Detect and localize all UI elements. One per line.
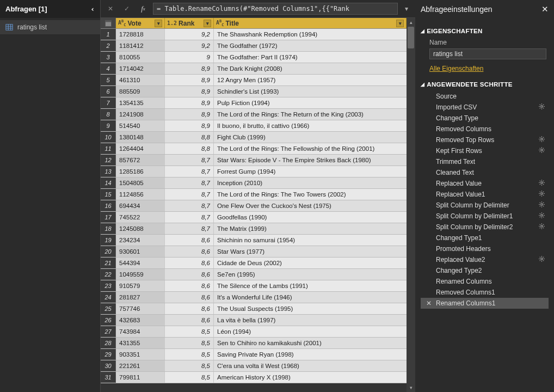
cell-title[interactable]: The Usual Suspects (1995) — [214, 303, 407, 314]
commit-formula-icon[interactable]: ✓ — [120, 2, 133, 15]
cell-rank[interactable]: 8,6 — [165, 280, 214, 291]
table-row[interactable]: 2210495598,6Se7en (1995) — [101, 269, 407, 280]
table-row[interactable]: 1112644048,8The Lord of the Rings: The F… — [101, 143, 407, 155]
cell-vote[interactable]: 1728818 — [116, 29, 165, 40]
cell-rank[interactable]: 8,5 — [165, 326, 214, 337]
table-row[interactable]: 417140428,9The Dark Knight (2008) — [101, 63, 407, 75]
cell-title[interactable]: Se7en (1995) — [214, 269, 407, 280]
cell-rank[interactable]: 8,7 — [165, 177, 214, 188]
applied-step[interactable]: ✕Source — [421, 91, 549, 102]
cell-title[interactable]: The Lord of the Rings: The Two Towers (2… — [214, 189, 407, 200]
cell-rank[interactable]: 8,6 — [165, 235, 214, 246]
table-row[interactable]: 54613108,912 Angry Men (1957) — [101, 75, 407, 86]
cell-rank[interactable]: 8,6 — [165, 315, 214, 326]
table-row[interactable]: 128576728,7Star Wars: Episode V - The Em… — [101, 155, 407, 166]
cell-vote[interactable]: 799811 — [116, 372, 165, 383]
cell-vote[interactable]: 1124856 — [116, 189, 165, 200]
cell-rank[interactable]: 8,8 — [165, 143, 214, 154]
cell-vote[interactable]: 857672 — [116, 155, 165, 166]
gear-icon[interactable] — [538, 223, 545, 231]
cell-title[interactable]: Star Wars: Episode V - The Empire Strike… — [214, 155, 407, 166]
all-properties-link[interactable]: Alle Eigenschaften — [429, 65, 483, 72]
collapse-queries-icon[interactable]: ‹ — [90, 5, 95, 13]
table-row[interactable]: 95145408,9Il buono, il brutto, il cattiv… — [101, 120, 407, 132]
cell-title[interactable]: Goodfellas (1990) — [214, 212, 407, 223]
cell-rank[interactable]: 8,6 — [165, 303, 214, 314]
gear-icon[interactable] — [538, 179, 545, 188]
table-row[interactable]: 209306018,6Star Wars (1977) — [101, 246, 407, 258]
table-row[interactable]: 277439848,5Léon (1994) — [101, 326, 407, 338]
cell-rank[interactable]: 8,7 — [165, 155, 214, 166]
cell-title[interactable]: La vita è bella (1997) — [214, 315, 407, 326]
cell-title[interactable]: Inception (2010) — [214, 177, 407, 188]
table-row[interactable]: 257577468,6The Usual Suspects (1995) — [101, 303, 407, 315]
cell-rank[interactable]: 8,7 — [165, 223, 214, 234]
table-row[interactable]: 1013801488,8Fight Club (1999) — [101, 132, 407, 143]
cell-title[interactable]: American History X (1998) — [214, 372, 407, 383]
table-row[interactable]: 1511248568,7The Lord of the Rings: The T… — [101, 189, 407, 200]
cell-rank[interactable]: 8,6 — [165, 292, 214, 303]
table-row[interactable]: 166944348,7One Flew Over the Cuckoo's Ne… — [101, 200, 407, 212]
table-row[interactable]: 299033518,5Saving Private Ryan (1998) — [101, 349, 407, 360]
cell-title[interactable]: The Lord of the Rings: The Return of the… — [214, 109, 407, 120]
cell-title[interactable]: The Dark Knight (2008) — [214, 63, 407, 74]
applied-step[interactable]: ✕Promoted Headers — [421, 243, 549, 254]
cell-vote[interactable]: 234234 — [116, 235, 165, 246]
gear-icon[interactable] — [538, 103, 545, 112]
cell-vote[interactable]: 1504805 — [116, 177, 165, 188]
applied-step[interactable]: ✕Removed Columns1 — [421, 287, 549, 298]
column-filter-dropdown[interactable]: ▾ — [204, 20, 211, 27]
table-row[interactable]: 264326838,6La vita è bella (1997) — [101, 315, 407, 326]
cell-vote[interactable]: 1285186 — [116, 166, 165, 177]
table-row[interactable]: 239105798,6The Silence of the Lambs (199… — [101, 280, 407, 292]
applied-step[interactable]: ✕Kept First Rows — [421, 145, 549, 156]
close-settings-icon[interactable]: ✕ — [541, 4, 549, 14]
cell-vote[interactable]: 431355 — [116, 338, 165, 348]
cell-title[interactable]: Saving Private Ryan (1998) — [214, 349, 407, 360]
cell-title[interactable]: Shichinin no samurai (1954) — [214, 235, 407, 246]
cell-title[interactable]: One Flew Over the Cuckoo's Nest (1975) — [214, 200, 407, 211]
cell-rank[interactable]: 8,5 — [165, 338, 214, 348]
cell-vote[interactable]: 930601 — [116, 246, 165, 257]
cell-vote[interactable]: 1714042 — [116, 63, 165, 74]
cell-title[interactable]: Cidade de Deus (2002) — [214, 258, 407, 268]
cell-vote[interactable]: 1241908 — [116, 109, 165, 120]
cell-vote[interactable]: 1245088 — [116, 223, 165, 234]
gear-icon[interactable] — [538, 255, 545, 264]
cell-title[interactable]: C'era una volta il West (1968) — [214, 360, 407, 371]
formula-input[interactable]: = Table.RenameColumns(#"Removed Columns1… — [153, 3, 398, 15]
applied-step[interactable]: ✕Trimmed Text — [421, 156, 549, 167]
applied-step[interactable]: ✕Split Column by Delimiter2 — [421, 222, 549, 232]
cell-rank[interactable]: 8,6 — [165, 258, 214, 268]
applied-step[interactable]: ✕Removed Columns — [421, 124, 549, 134]
applied-step[interactable]: ✕Removed Top Rows — [421, 134, 549, 145]
fx-icon[interactable]: fx — [137, 2, 150, 15]
cell-rank[interactable]: 8,9 — [165, 109, 214, 120]
table-row[interactable]: 1415048058,7Inception (2010) — [101, 177, 407, 189]
cell-vote[interactable]: 743984 — [116, 326, 165, 337]
applied-step[interactable]: ✕Renamed Columns1 — [421, 298, 549, 309]
cell-vote[interactable]: 910579 — [116, 280, 165, 291]
table-row[interactable]: 1312851868,7Forrest Gump (1994) — [101, 166, 407, 177]
column-header-rank[interactable]: 1.2 Rank ▾ — [165, 18, 214, 28]
table-row[interactable]: 68855098,9Schindler's List (1993) — [101, 86, 407, 97]
grid-scrollbar[interactable]: ▴ ▾ — [407, 18, 415, 392]
query-item[interactable]: ratings list — [0, 20, 100, 34]
cell-vote[interactable]: 221261 — [116, 360, 165, 371]
cell-title[interactable]: Sen to Chihiro no kamikakushi (2001) — [214, 338, 407, 348]
applied-step[interactable]: ✕Changed Type2 — [421, 265, 549, 276]
table-row[interactable]: 302212618,5C'era una volta il West (1968… — [101, 360, 407, 372]
table-row[interactable]: 317998118,5American History X (1998) — [101, 372, 407, 383]
cell-title[interactable]: It's a Wonderful Life (1946) — [214, 292, 407, 303]
table-row[interactable]: 215443948,6Cidade de Deus (2002) — [101, 258, 407, 269]
query-name-input[interactable]: ratings list — [429, 48, 546, 59]
table-row[interactable]: 812419088,9The Lord of the Rings: The Re… — [101, 109, 407, 120]
cell-rank[interactable]: 8,5 — [165, 349, 214, 360]
cell-vote[interactable]: 514540 — [116, 120, 165, 131]
cell-rank[interactable]: 8,9 — [165, 63, 214, 74]
applied-step[interactable]: ✕Replaced Value1 — [421, 189, 549, 200]
cell-rank[interactable]: 9 — [165, 52, 214, 63]
cell-title[interactable]: The Godfather (1972) — [214, 40, 407, 51]
column-header-title[interactable]: ABC Title ▾ — [214, 18, 407, 28]
column-filter-dropdown[interactable]: ▾ — [155, 20, 162, 27]
